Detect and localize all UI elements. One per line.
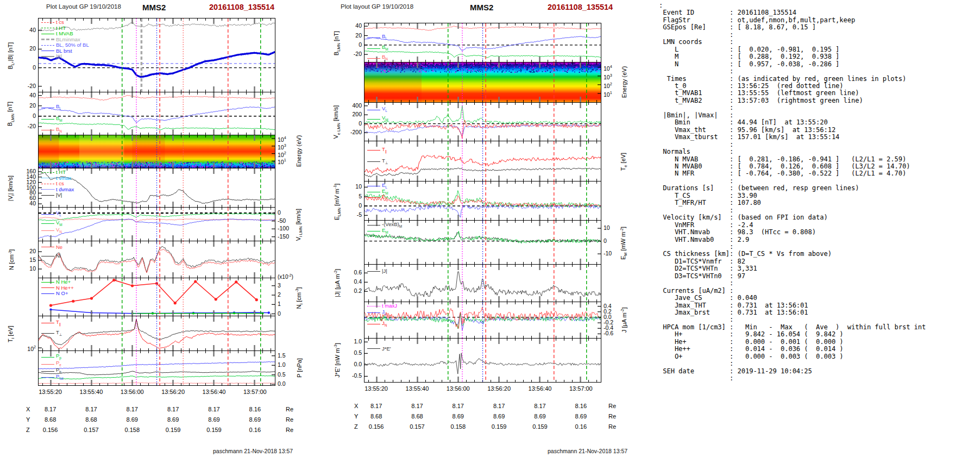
time-tick-label: 13:57:00 <box>562 385 600 392</box>
right-axis-label: EM [mW m-2] <box>619 221 629 265</box>
time-tick-label: 13:55:20 <box>357 385 395 392</box>
right-tick-label: -0.6 <box>604 330 613 336</box>
ephemeris-value: 0.156 <box>357 423 395 430</box>
right-tick-label: 10 <box>604 225 610 231</box>
legend-line-sample <box>367 348 380 349</box>
ephemeris-value: 8.69 <box>480 413 518 420</box>
legend-entry: JN <box>367 321 387 328</box>
ephemeris-value: 8.17 <box>357 403 395 409</box>
y-axis-label: BLMN [nT] <box>332 23 341 63</box>
y-tick-label: 0.4 <box>337 279 362 285</box>
legend-entry: BN <box>367 54 388 62</box>
time-tick-label: 13:55:40 <box>398 385 436 392</box>
legend-entry: J*E' <box>367 346 391 352</box>
legend-label: J*E' <box>382 346 391 352</box>
legend-line-sample <box>367 318 380 318</box>
time-tick-label: 13:56:20 <box>480 385 518 392</box>
legend-label: VM <box>382 115 388 123</box>
legend-label: EM <box>382 228 388 235</box>
ephemeris-value: 0.159 <box>480 423 518 430</box>
legend-label: T⊥ <box>382 158 388 166</box>
legend-line-sample <box>367 225 380 226</box>
legend-label: T∥ <box>382 147 387 154</box>
ephemeris-value: 0.159 <box>521 423 559 430</box>
y-tick-label: 1.0 <box>337 339 362 345</box>
ephemeris-value: 8.69 <box>521 413 559 420</box>
y-tick-label: -0.5 <box>337 373 362 379</box>
panel-plot-j-mag <box>365 265 601 302</box>
spacecraft-title: MMS2 <box>470 3 493 12</box>
ephemeris-value: 8.16 <box>562 403 600 409</box>
panel-plot-j-dot-e <box>365 339 601 382</box>
middle-panel-electron-spectrogram <box>364 62 601 103</box>
y-axis-label: Ve LMN [km/s] <box>332 103 341 142</box>
y-tick-label: 0.6 <box>337 270 362 276</box>
panel-plot-b-lmn <box>365 23 601 62</box>
legend-entry: BL <box>367 34 387 41</box>
middle-panel-j-lmn <box>364 302 601 339</box>
right-tick-label: 0 <box>604 238 607 244</box>
right-tick-label: 101 <box>604 90 612 98</box>
ephemeris-value: 8.69 <box>439 413 477 420</box>
ephemeris-value: 8.68 <box>357 413 395 420</box>
y-tick-label: 0.0 <box>337 361 362 367</box>
legend-label: VL <box>382 106 387 114</box>
middle-panel-e-lmn <box>364 181 601 221</box>
legend-line-sample <box>367 197 380 198</box>
time-tick-label: 13:56:40 <box>521 385 559 392</box>
right-tick-label: -10 <box>604 251 612 256</box>
legend-label: BL <box>382 34 387 41</box>
legend-line-sample <box>367 150 380 151</box>
series-J_N <box>365 307 601 328</box>
y-axis-label: J*E' [nW m-3] <box>333 338 341 383</box>
right-tick-label: 104 <box>604 64 612 72</box>
ephemeris-value: 8.17 <box>398 403 436 409</box>
event-info-panel: : Event ID : 20161108_135514 FlagStr : o… <box>659 2 926 383</box>
y-axis-label: |J| [µA m-2] <box>333 264 341 302</box>
right-axis-label: J [µA m-2] <box>620 302 627 339</box>
legend-line-sample <box>367 119 380 120</box>
ephemeris-unit: Re <box>608 403 616 409</box>
middle-panel-b-lmn <box>364 23 601 62</box>
y-tick-label: 0.5 <box>337 350 362 356</box>
y-tick-label: 0.2 <box>337 288 362 294</box>
ephemeris-value: 0.158 <box>439 423 477 430</box>
legend-entry: VM <box>367 115 388 123</box>
middle-panel-j-mag <box>364 264 601 302</box>
ephemeris-value: 8.17 <box>439 403 477 409</box>
plot-layout-label: Plot layout GP 19/10/2018 <box>341 3 413 10</box>
legend-label: BM <box>382 45 388 52</box>
legend-line-sample <box>367 271 380 272</box>
middle-panel-ve-lmn <box>364 102 601 141</box>
legend-line-sample <box>367 186 380 186</box>
time-tick-label: 13:56:00 <box>439 385 477 392</box>
legend-line-sample <box>367 161 380 162</box>
ephemeris-value: 0.16 <box>562 423 600 430</box>
legend-line-sample <box>367 312 380 313</box>
plot-credit-footer: paschmann 21-Nov-2018 13:57 <box>548 448 627 454</box>
ephemeris-value: 8.17 <box>521 403 559 409</box>
legend-label: t maxJ <box>382 303 397 309</box>
series-J*E' <box>365 353 601 374</box>
right-axis-label: Te [eV] <box>619 141 627 182</box>
ephemeris-value: 8.68 <box>398 413 436 420</box>
series-B_L <box>365 36 601 51</box>
right-axis-label: Energy (eV) <box>620 61 627 102</box>
legend-line-sample <box>367 58 380 59</box>
ephemeris-value: 8.17 <box>480 403 518 409</box>
right-tick-label: 102 <box>604 82 612 89</box>
legend-line-sample <box>367 231 380 231</box>
legend-entry: T⊥ <box>367 158 388 166</box>
middle-panel-te <box>364 141 601 181</box>
legend-entry: BM <box>367 45 388 52</box>
legend-entry: EN <box>367 194 388 202</box>
ephemeris-value: 0.157 <box>398 423 436 430</box>
legend-line-sample <box>367 48 380 49</box>
legend-entry: VL <box>367 106 387 114</box>
ephemeris-unit: Re <box>608 423 616 430</box>
legend-line-sample <box>367 324 380 324</box>
y-axis-label: ELMN [mV m-1] <box>332 181 342 221</box>
legend-entry: t maxJ <box>367 303 397 309</box>
legend-label: BN <box>382 54 388 62</box>
legend-line-sample <box>367 37 380 38</box>
